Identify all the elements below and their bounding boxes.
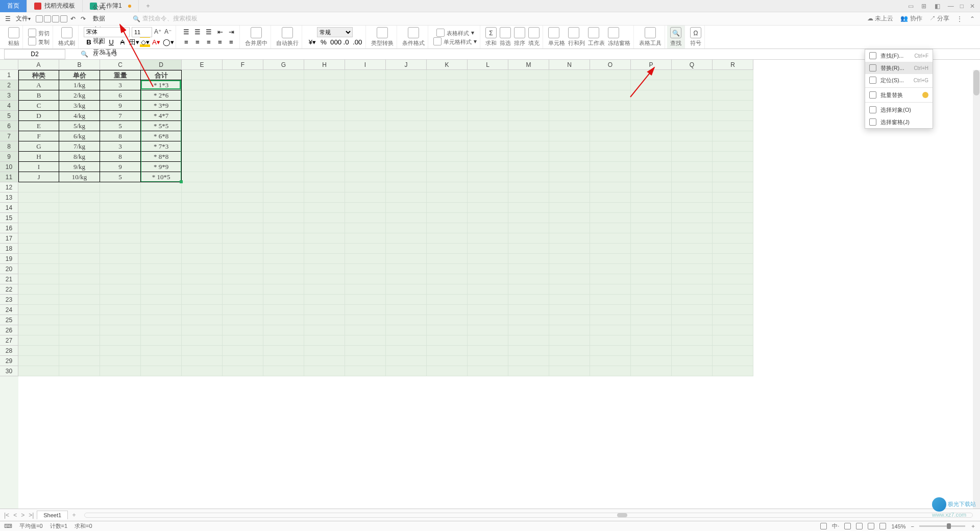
cell-A13[interactable] [18, 192, 59, 203]
cell-H10[interactable] [304, 162, 345, 172]
row-header-1[interactable]: 1 [0, 70, 18, 80]
cell-R29[interactable] [713, 356, 753, 366]
cell-L22[interactable] [468, 284, 508, 295]
cell-N5[interactable] [549, 111, 590, 121]
cell-D18[interactable] [141, 244, 182, 254]
cell-I11[interactable] [345, 172, 386, 182]
cell-N12[interactable] [549, 182, 590, 192]
tab-home[interactable]: 首页 [0, 0, 27, 12]
align-right-button[interactable]: ≡ [204, 37, 214, 47]
row-header-4[interactable]: 4 [0, 101, 18, 111]
cell-D22[interactable] [141, 284, 182, 295]
cell-F12[interactable] [223, 182, 263, 192]
cell-K7[interactable] [427, 131, 468, 141]
cell-N16[interactable] [549, 223, 590, 233]
command-search[interactable]: 🔍查找命令、搜索模板 [133, 14, 198, 23]
tab-nav-first[interactable]: |< [3, 512, 10, 519]
cell-B30[interactable] [59, 366, 100, 376]
cell-G20[interactable] [263, 264, 304, 274]
cell-H9[interactable] [304, 152, 345, 162]
cell-Q13[interactable] [672, 192, 713, 203]
cell-O1[interactable] [590, 70, 631, 80]
cell-J15[interactable] [386, 213, 427, 223]
dec-dec-button[interactable]: .00 [352, 37, 362, 47]
cell-N23[interactable] [549, 295, 590, 305]
cell-H11[interactable] [304, 172, 345, 182]
cell-E5[interactable] [182, 111, 223, 121]
cell-C14[interactable] [100, 203, 141, 213]
menu-replace[interactable]: 替换(R)...Ctrl+H [865, 62, 933, 74]
save-icon[interactable] [44, 15, 51, 22]
cell-R6[interactable] [713, 121, 753, 131]
print-icon[interactable] [52, 15, 59, 22]
col-header-E[interactable]: E [182, 60, 223, 70]
cell-J5[interactable] [386, 111, 427, 121]
col-header-H[interactable]: H [304, 60, 345, 70]
cell-I1[interactable] [345, 70, 386, 80]
cell-G24[interactable] [263, 305, 304, 315]
cell-M8[interactable] [508, 141, 549, 152]
cell-F29[interactable] [223, 356, 263, 366]
cell-H13[interactable] [304, 192, 345, 203]
cell-K23[interactable] [427, 295, 468, 305]
cell-Q28[interactable] [672, 346, 713, 356]
table-style-icon[interactable] [436, 29, 445, 37]
cell-I19[interactable] [345, 254, 386, 264]
cell-M3[interactable] [508, 90, 549, 101]
cell-G27[interactable] [263, 335, 304, 346]
cell-A29[interactable] [18, 356, 59, 366]
cell-Q15[interactable] [672, 213, 713, 223]
cell-F6[interactable] [223, 121, 263, 131]
cell-E23[interactable] [182, 295, 223, 305]
cell-P11[interactable] [631, 172, 672, 182]
cell-H14[interactable] [304, 203, 345, 213]
row-headers[interactable]: 1234567891011121314151617181920212223242… [0, 70, 18, 509]
cell-K21[interactable] [427, 274, 468, 284]
cell-A10[interactable]: I [18, 162, 59, 172]
cell-D27[interactable] [141, 335, 182, 346]
cell-R25[interactable] [713, 315, 753, 325]
cell-L10[interactable] [468, 162, 508, 172]
align-bot-button[interactable]: ☰ [204, 27, 214, 37]
cell-C22[interactable] [100, 284, 141, 295]
cell-R20[interactable] [713, 264, 753, 274]
row-header-21[interactable]: 21 [0, 274, 18, 284]
cell-G9[interactable] [263, 152, 304, 162]
cell-A2[interactable]: A [18, 80, 59, 90]
sheet-icon[interactable] [588, 27, 599, 38]
cell-R3[interactable] [713, 90, 753, 101]
cell-J11[interactable] [386, 172, 427, 182]
cell-B28[interactable] [59, 346, 100, 356]
row-header-29[interactable]: 29 [0, 356, 18, 366]
cell-O15[interactable] [590, 213, 631, 223]
cell-G14[interactable] [263, 203, 304, 213]
cell-G4[interactable] [263, 101, 304, 111]
cell-D30[interactable] [141, 366, 182, 376]
cell-M26[interactable] [508, 325, 549, 335]
cell-C23[interactable] [100, 295, 141, 305]
cell-F25[interactable] [223, 315, 263, 325]
col-header-K[interactable]: K [427, 60, 468, 70]
cell-N4[interactable] [549, 101, 590, 111]
cell-R2[interactable] [713, 80, 753, 90]
cell-K29[interactable] [427, 356, 468, 366]
cell-K16[interactable] [427, 223, 468, 233]
cell-C26[interactable] [100, 325, 141, 335]
cell-A18[interactable] [18, 244, 59, 254]
cell-M21[interactable] [508, 274, 549, 284]
cell-Q27[interactable] [672, 335, 713, 346]
cell-C20[interactable] [100, 264, 141, 274]
cell-Q25[interactable] [672, 315, 713, 325]
cell-E28[interactable] [182, 346, 223, 356]
cell-F2[interactable] [223, 80, 263, 90]
cell-P25[interactable] [631, 315, 672, 325]
col-header-M[interactable]: M [508, 60, 549, 70]
cell-J14[interactable] [386, 203, 427, 213]
spellcheck-icon[interactable]: ⌨ [4, 523, 12, 529]
number-format-select[interactable]: 常规 [317, 27, 353, 37]
cell-D13[interactable] [141, 192, 182, 203]
cell-Q18[interactable] [672, 244, 713, 254]
close-button[interactable]: ✕ [970, 3, 975, 10]
cell-M9[interactable] [508, 152, 549, 162]
cell-R5[interactable] [713, 111, 753, 121]
